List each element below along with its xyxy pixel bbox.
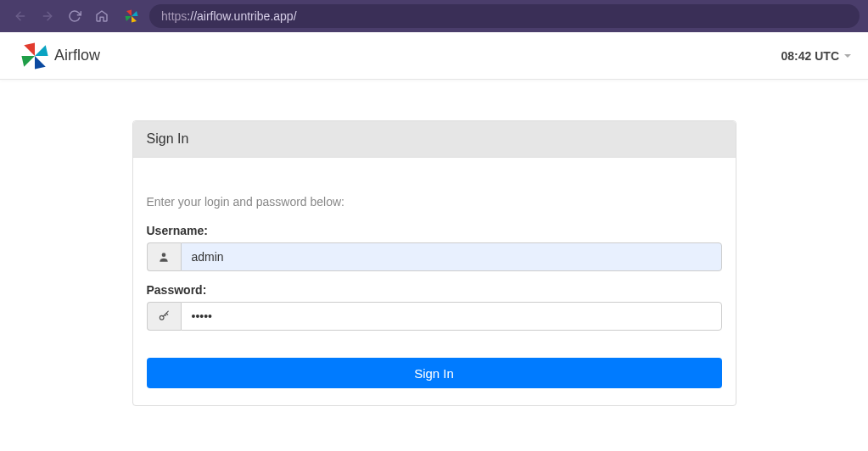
site-identity-icon[interactable] <box>124 8 139 24</box>
username-label: Username: <box>147 224 722 237</box>
signin-button[interactable]: Sign In <box>147 358 722 388</box>
clock-time: 08:42 UTC <box>781 49 839 63</box>
reload-button[interactable] <box>63 4 87 28</box>
brand-name: Airflow <box>54 47 100 64</box>
password-group: Password: <box>147 283 722 331</box>
signin-panel: Sign In Enter your login and password be… <box>132 120 736 406</box>
main-content: Sign In Enter your login and password be… <box>0 80 868 406</box>
panel-body: Enter your login and password below: Use… <box>133 158 736 405</box>
password-label: Password: <box>147 283 722 297</box>
address-bar[interactable]: https://airflow.untribe.app/ <box>149 4 860 28</box>
airflow-logo-icon <box>20 42 49 70</box>
back-button[interactable] <box>8 4 32 28</box>
username-row <box>147 242 722 271</box>
browser-toolbar: https://airflow.untribe.app/ <box>0 0 868 32</box>
svg-point-2 <box>162 253 166 257</box>
brand[interactable]: Airflow <box>20 42 100 70</box>
home-button[interactable] <box>90 4 114 28</box>
url-path: ://airflow.untribe.app/ <box>187 9 296 23</box>
app-header: Airflow 08:42 UTC <box>0 32 868 80</box>
username-group: Username: <box>147 224 722 271</box>
key-icon <box>147 302 181 331</box>
panel-title: Sign In <box>133 121 736 158</box>
forward-button[interactable] <box>36 4 59 28</box>
instruction-text: Enter your login and password below: <box>147 195 722 209</box>
url-protocol: https <box>161 9 187 23</box>
clock[interactable]: 08:42 UTC <box>781 49 851 63</box>
chevron-down-icon <box>844 54 851 58</box>
password-input[interactable] <box>181 302 722 331</box>
username-input[interactable] <box>181 242 722 271</box>
password-row <box>147 302 722 331</box>
user-icon <box>147 242 181 271</box>
